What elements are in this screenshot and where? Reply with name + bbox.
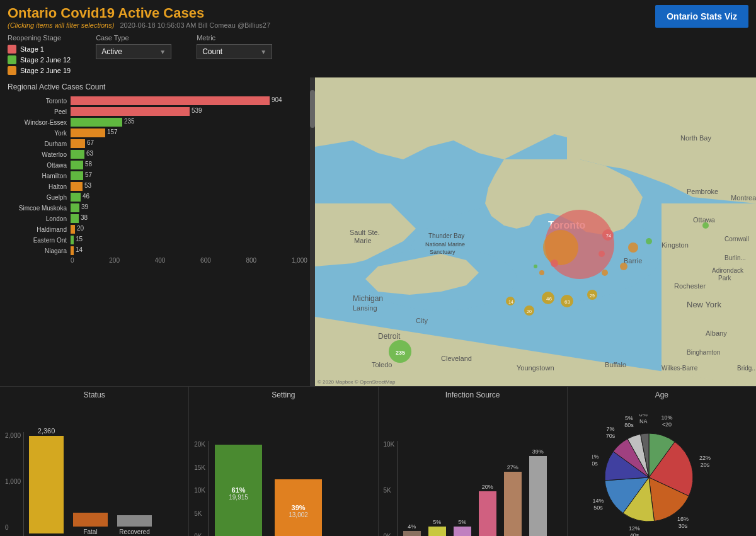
svg-text:Sault Ste.: Sault Ste. bbox=[350, 229, 380, 236]
inf-bar-unk[interactable]: 4% Unk bbox=[401, 523, 423, 536]
svg-text:11%: 11% bbox=[592, 453, 599, 459]
svg-text:National Marine: National Marine bbox=[425, 241, 465, 248]
regional-chart-title: Regional Active Cases Count bbox=[8, 83, 307, 91]
svg-text:Montrea...: Montrea... bbox=[731, 194, 756, 202]
svg-text:Park: Park bbox=[718, 275, 732, 282]
svg-point-34 bbox=[543, 230, 578, 265]
bar-row-windsor-essex[interactable]: Windsor-Essex 235 bbox=[8, 118, 307, 127]
svg-text:Lansing: Lansing bbox=[353, 304, 377, 312]
metric-value: Count bbox=[202, 47, 222, 56]
inf-bar-close cont.[interactable]: 27% Close Cont. bbox=[501, 464, 524, 536]
legend-item-stage2-june19[interactable]: Stage 2 June 19 bbox=[8, 66, 71, 75]
svg-text:63: 63 bbox=[564, 299, 570, 305]
svg-text:Marie: Marie bbox=[354, 237, 372, 244]
svg-text:North Bay: North Bay bbox=[680, 134, 711, 142]
svg-text:14%: 14% bbox=[593, 497, 604, 503]
svg-text:Barrie: Barrie bbox=[624, 257, 642, 265]
fatal-bar bbox=[73, 513, 108, 527]
main-content: Regional Active Cases Count Toronto 904 … bbox=[0, 77, 756, 386]
bar-row-london[interactable]: London 38 bbox=[8, 214, 307, 223]
bar-row-niagara[interactable]: Niagara 14 bbox=[8, 246, 307, 255]
bar-row-york[interactable]: York 157 bbox=[8, 128, 307, 137]
title-section: Ontario Covid19 Active Cases (Clicking i… bbox=[8, 5, 270, 29]
legend-item-stage2-june12[interactable]: Stage 2 June 12 bbox=[8, 55, 71, 64]
bar-row-waterloo[interactable]: Waterloo 63 bbox=[8, 150, 307, 159]
case-type-dropdown[interactable]: Active ▼ bbox=[96, 44, 171, 59]
bar-row-simcoe-muskoka[interactable]: Simcoe Muskoka 39 bbox=[8, 203, 307, 212]
metric-group: Metric Count ▼ bbox=[197, 34, 272, 59]
svg-text:Cornwall: Cornwall bbox=[724, 236, 749, 242]
x-axis: 0 200 400 600 800 1,000 bbox=[8, 257, 307, 264]
case-type-group: Case Type Active ▼ bbox=[96, 34, 171, 59]
svg-text:Ottawa: Ottawa bbox=[693, 216, 716, 224]
ontario-stats-btn[interactable]: Ontario Stats Viz bbox=[655, 5, 748, 28]
inf-bar-outbrk[interactable]: 39% Outbrk bbox=[527, 448, 549, 536]
stage2-june19-label: Stage 2 June 19 bbox=[20, 67, 71, 74]
inf-bar-travel[interactable]: 5% Travel bbox=[451, 519, 473, 536]
legend-item-stage1[interactable]: Stage 1 bbox=[8, 45, 71, 54]
svg-text:50s: 50s bbox=[594, 504, 604, 510]
map-panel[interactable]: Sault Ste. Marie North Bay Pembroke Otta… bbox=[315, 77, 756, 386]
inf-bar-missing[interactable]: 5% Missing bbox=[426, 519, 448, 536]
svg-point-45 bbox=[702, 222, 709, 229]
svg-point-37 bbox=[628, 242, 638, 253]
svg-text:29: 29 bbox=[590, 294, 595, 298]
case-type-arrow: ▼ bbox=[159, 48, 166, 55]
svg-text:<20: <20 bbox=[662, 421, 672, 427]
bar-row-toronto[interactable]: Toronto 904 bbox=[8, 96, 307, 105]
outbreak-bar: 39% 13,002 bbox=[275, 479, 322, 536]
svg-text:74: 74 bbox=[606, 234, 611, 238]
svg-text:Wilkes-Barre: Wilkes-Barre bbox=[662, 365, 698, 372]
scrollbar[interactable] bbox=[310, 77, 315, 386]
svg-text:14: 14 bbox=[508, 300, 513, 304]
status-title: Status bbox=[5, 391, 183, 399]
active-bar bbox=[29, 436, 64, 533]
scrollbar-thumb[interactable] bbox=[310, 90, 315, 128]
top-bar: Ontario Covid19 Active Cases (Clicking i… bbox=[0, 0, 756, 31]
svg-text:235: 235 bbox=[396, 350, 405, 356]
svg-text:80s: 80s bbox=[625, 421, 634, 428]
bar-row-eastern-ont[interactable]: Eastern Ont 15 bbox=[8, 236, 307, 244]
svg-point-39 bbox=[598, 251, 605, 257]
metric-dropdown[interactable]: Count ▼ bbox=[197, 44, 272, 59]
stage1-label: Stage 1 bbox=[20, 45, 44, 53]
bar-row-peel[interactable]: Peel 539 bbox=[8, 107, 307, 116]
svg-point-41 bbox=[551, 259, 558, 267]
inf-bar-community[interactable]: 20% Community bbox=[476, 484, 498, 536]
svg-point-43 bbox=[539, 270, 544, 275]
meta-text: 2020-06-18 10:56:03 AM Bill Comeau @Bill… bbox=[120, 21, 270, 29]
subtitle-text: (Clicking items will filter selections) bbox=[8, 21, 114, 29]
svg-text:Thunder Bay: Thunder Bay bbox=[428, 232, 464, 239]
metric-arrow: ▼ bbox=[260, 48, 266, 55]
nonoutbreak-bar: 61% 19,915 bbox=[215, 445, 262, 536]
bar-chart: Toronto 904 Peel 539 Windsor-Essex 235 Y… bbox=[8, 96, 307, 255]
svg-text:Detroit: Detroit bbox=[378, 332, 401, 341]
bar-row-durham[interactable]: Durham 67 bbox=[8, 139, 307, 148]
bar-row-haldimand[interactable]: Haldimand 20 bbox=[8, 225, 307, 234]
svg-text:20s: 20s bbox=[701, 461, 710, 467]
legend-section: Reopening Stage Stage 1 Stage 2 June 12 … bbox=[8, 34, 71, 75]
svg-text:Burlin...: Burlin... bbox=[724, 254, 746, 261]
svg-text:Albany: Albany bbox=[706, 329, 727, 337]
svg-text:12%: 12% bbox=[629, 525, 640, 532]
bar-row-halton[interactable]: Halton 53 bbox=[8, 182, 307, 191]
age-panel: Age 10%<2022%20s16%30s12%40s14%50s11%60s… bbox=[568, 387, 756, 536]
svg-text:Sanctuary: Sanctuary bbox=[430, 249, 455, 255]
bar-row-hamilton[interactable]: Hamilton 57 bbox=[8, 171, 307, 180]
infection-panel: Infection Source 10K 5K 0K 4% Unk 5% Mis… bbox=[379, 387, 568, 536]
svg-text:New York: New York bbox=[687, 300, 721, 309]
svg-text:40s: 40s bbox=[630, 532, 639, 536]
stage2-june12-label: Stage 2 June 12 bbox=[20, 56, 71, 64]
bar-row-ottawa[interactable]: Ottawa 58 bbox=[8, 161, 307, 169]
svg-text:NA: NA bbox=[639, 418, 648, 425]
recovered-label: Recovered bbox=[119, 528, 149, 535]
stage1-dot bbox=[8, 45, 16, 54]
svg-text:Toledo: Toledo bbox=[372, 361, 392, 368]
svg-point-40 bbox=[646, 238, 652, 244]
bar-row-guelph[interactable]: Guelph 46 bbox=[8, 193, 307, 202]
svg-text:30s: 30s bbox=[679, 523, 688, 529]
svg-text:Cleveland: Cleveland bbox=[441, 355, 472, 362]
svg-text:5%: 5% bbox=[625, 414, 633, 421]
svg-text:Michigan: Michigan bbox=[353, 294, 383, 303]
legend-title: Reopening Stage bbox=[8, 34, 71, 42]
